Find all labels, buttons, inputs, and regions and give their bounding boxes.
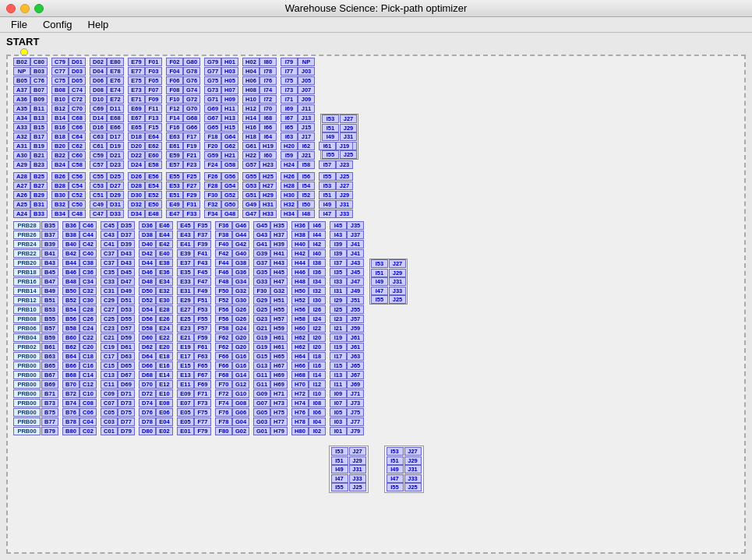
menu-bar: File Config Help xyxy=(0,17,752,33)
title-bar: Warehouse Science: Pick-path optimizer xyxy=(0,0,752,17)
warehouse-border: B02C80 C79D01 D02E80 E79F01 F02G80 G79H0… xyxy=(6,55,746,554)
menu-file[interactable]: File xyxy=(3,17,35,32)
minimize-button[interactable] xyxy=(20,4,30,13)
window-title: Warehouse Science: Pick-path optimizer xyxy=(285,2,468,14)
close-button[interactable] xyxy=(6,4,16,13)
start-label: START xyxy=(6,36,39,48)
traffic-lights xyxy=(6,4,44,13)
menu-config[interactable]: Config xyxy=(35,17,80,32)
maximize-button[interactable] xyxy=(34,4,44,13)
main-area: START END B02C80 C79D01 D02E80 E79F01 F0… xyxy=(0,33,752,560)
menu-help[interactable]: Help xyxy=(80,17,117,32)
